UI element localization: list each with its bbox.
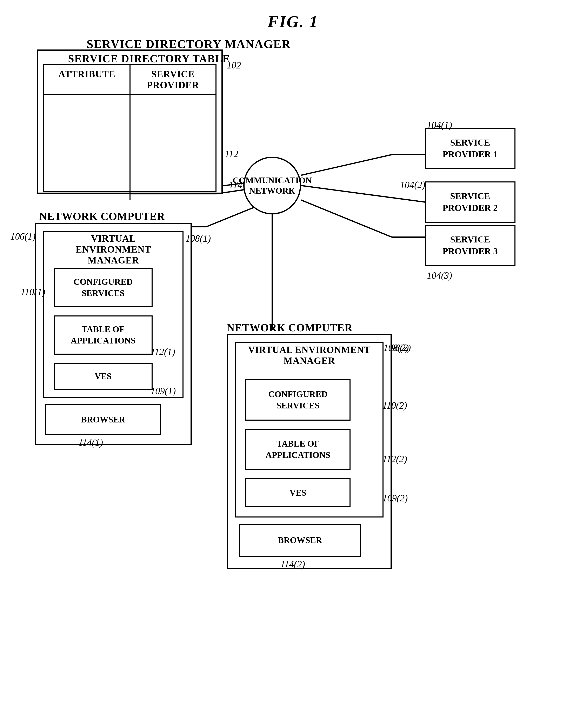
sp2-box: SERVICEPROVIDER 2 bbox=[425, 181, 515, 223]
ref-104-3: 104(3) bbox=[427, 270, 452, 281]
ref-114-1: 114(1) bbox=[78, 437, 103, 448]
nc1-browser: BROWSER bbox=[45, 404, 161, 435]
ref-109-2: 109(2) bbox=[382, 493, 408, 504]
ref-109-1: 109(1) bbox=[151, 386, 176, 396]
nc2-vem-label: VIRTUAL ENVIRONMENTMANAGER bbox=[248, 344, 371, 366]
nc2-configured-services: CONFIGUREDSERVICES bbox=[245, 379, 351, 421]
ref-110-1: 110(1) bbox=[21, 287, 45, 297]
ref-112: 112 bbox=[225, 149, 238, 159]
ref-112-2: 112(2) bbox=[382, 453, 407, 465]
ref-104-1: 104(1) bbox=[427, 120, 452, 131]
ref-106-1: 106(1) bbox=[10, 231, 36, 242]
figure-title: FIG. 1 bbox=[267, 12, 319, 31]
nc2-label: NETWORK COMPUTER bbox=[227, 322, 353, 334]
sdt-inner-table: ATTRIBUTE SERVICE PROVIDER bbox=[43, 64, 216, 192]
nc2-table-of-applications: TABLE OFAPPLICATIONS bbox=[245, 429, 351, 470]
nc1-label: NETWORK COMPUTER bbox=[39, 210, 165, 223]
communication-network: COMMUNICATIONNETWORK bbox=[243, 157, 301, 214]
sdt-col-attribute: ATTRIBUTE bbox=[44, 65, 130, 94]
ref-102: 102 bbox=[227, 60, 241, 71]
ref-110-2: 110(2) bbox=[382, 400, 407, 411]
nc2-ves: VES bbox=[245, 478, 351, 507]
nc1-table-of-applications: TABLE OFAPPLICATIONS bbox=[54, 315, 153, 355]
sdt-body-col2 bbox=[130, 95, 216, 200]
nc1-ves: VES bbox=[54, 363, 153, 390]
sp3-box: SERVICEPROVIDER 3 bbox=[425, 225, 515, 266]
ref-108-2: 108(2) bbox=[384, 342, 409, 353]
nc1-configured-services: CONFIGUREDSERVICES bbox=[54, 268, 153, 307]
nc1-vem-label: VIRTUAL ENVIRONMENTMANAGER bbox=[56, 233, 171, 266]
svg-line-5 bbox=[301, 200, 392, 237]
sdm-label: SERVICE DIRECTORY MANAGER bbox=[86, 37, 291, 51]
sp1-box: SERVICEPROVIDER 1 bbox=[425, 128, 515, 169]
sdt-body-col1 bbox=[44, 95, 130, 200]
nc2-browser: BROWSER bbox=[239, 524, 361, 557]
ref-114-2: 114(2) bbox=[280, 559, 305, 570]
svg-line-2 bbox=[301, 155, 392, 175]
ref-112-1: 112(1) bbox=[151, 346, 175, 357]
ref-108-1: 108(1) bbox=[185, 233, 211, 244]
ref-104-2: 104(2) bbox=[400, 179, 425, 190]
sdt-col-service-provider: SERVICE PROVIDER bbox=[130, 65, 216, 94]
sdt-label: SERVICE DIRECTORY TABLE bbox=[68, 53, 230, 65]
